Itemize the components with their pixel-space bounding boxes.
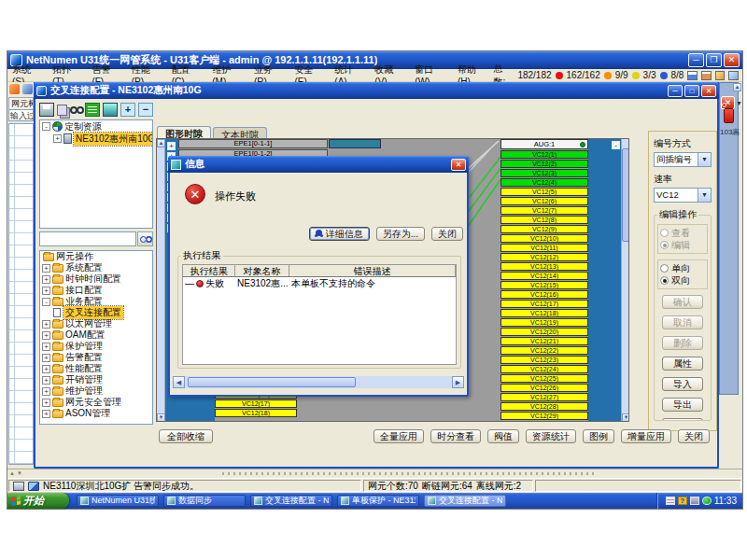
scroll-down-icon[interactable]: ▼	[622, 413, 629, 422]
expand-box[interactable]: -	[42, 298, 50, 306]
chevron-down-icon[interactable]: ▼	[736, 100, 742, 106]
column-header[interactable]: 执行结果	[183, 265, 235, 276]
vc12-cell[interactable]: VC12(26)	[500, 384, 588, 392]
scroll-down-icon[interactable]: ▼	[157, 413, 165, 422]
vc12-cell[interactable]: VC12(25)	[500, 374, 588, 383]
side-button[interactable]: 删除	[662, 336, 703, 350]
aug-header[interactable]: AUG:1	[500, 139, 588, 149]
bottom-button[interactable]: 增量应用	[621, 429, 671, 443]
window-status-icon[interactable]	[13, 482, 24, 491]
expand-box[interactable]: +	[42, 376, 50, 385]
detail-button[interactable]: 详细信息	[309, 227, 370, 241]
tab-ne-tree[interactable]: 网元树	[8, 97, 34, 109]
vc12-cell[interactable]: VC12(28)	[500, 402, 588, 411]
window-minimize-icon[interactable]: ─	[668, 85, 683, 97]
expand-box[interactable]: +	[42, 387, 50, 396]
list-icon[interactable]	[85, 103, 100, 117]
bottom-button[interactable]: 阀值	[487, 429, 519, 443]
monitor-icon[interactable]	[103, 103, 118, 117]
mode-radio[interactable]: 编辑	[660, 239, 705, 251]
vc12-cell[interactable]: VC12(21)	[500, 337, 588, 345]
vc12-cell[interactable]: VC12(13)	[500, 262, 588, 271]
expand-box[interactable]: +	[42, 264, 50, 273]
vc12-cell[interactable]: VC12(29)	[500, 412, 588, 420]
expand-box[interactable]: +	[42, 287, 50, 295]
scroll-right-icon[interactable]: ▶	[452, 376, 464, 388]
expand-box[interactable]: +	[42, 320, 50, 329]
expand-box[interactable]: +	[42, 365, 50, 373]
zoom-out-icon[interactable]: −	[138, 103, 153, 117]
expand-box[interactable]: +	[42, 354, 50, 362]
dialog-titlebar[interactable]: 信息 ✕	[168, 156, 469, 173]
bottom-button[interactable]: 全量应用	[374, 429, 424, 443]
expand-box[interactable]: +	[42, 331, 50, 340]
bottom-button[interactable]: 资源统计	[526, 429, 576, 443]
collapse-all-button[interactable]: 全部收缩	[159, 429, 213, 443]
help-icon[interactable]	[678, 497, 687, 505]
tree-item[interactable]: + ASON管理	[40, 408, 152, 419]
vc12-cell[interactable]: VC12(5)	[500, 188, 588, 196]
vc12-cell[interactable]: VC12(18)	[215, 409, 297, 417]
vc12-cell[interactable]: VC12(14)	[500, 272, 588, 280]
expand-box[interactable]: +	[167, 142, 176, 150]
rate-select[interactable]: VC12 ▼	[654, 188, 712, 203]
vc12-cell[interactable]: VC12(23)	[500, 356, 588, 364]
expand-box[interactable]: +	[42, 343, 50, 351]
side-button[interactable]: 确认	[662, 295, 703, 309]
window-titlebar[interactable]: 交叉连接配置 - NE3102惠州南10G ─ □ ✕	[34, 82, 719, 99]
vc12-cell[interactable]: VC12(9)	[500, 225, 588, 233]
panel-icon[interactable]	[728, 71, 739, 80]
expand-box[interactable]: +	[42, 399, 50, 407]
expand-box[interactable]: +	[42, 275, 50, 284]
bottom-button[interactable]: 关闭	[678, 429, 710, 443]
timeslot-cell[interactable]	[329, 139, 381, 148]
vc12-cell[interactable]: VC12(10)	[500, 234, 588, 243]
tree-item-root[interactable]: - 定制资源	[40, 120, 152, 133]
taskbar-task[interactable]: 交叉连接配置 - N...	[250, 495, 332, 507]
printer-icon[interactable]	[666, 497, 675, 505]
save-icon[interactable]	[39, 103, 54, 117]
vc12-cell[interactable]: VC12(27)	[500, 393, 588, 401]
taskbar-task[interactable]: 单板保护 - NE311...	[337, 495, 419, 507]
mode-radio[interactable]: 查看	[660, 227, 705, 239]
vc12-cell[interactable]: VC12(2)	[500, 160, 588, 168]
grid-right-scrollbar[interactable]: ▼	[621, 139, 629, 422]
device-icon[interactable]	[690, 497, 699, 505]
search-button[interactable]	[137, 231, 153, 246]
alarm-box-icon[interactable]	[715, 71, 726, 80]
toolbar-icon-blue[interactable]	[22, 84, 33, 94]
tree-item-ne[interactable]: + NE3102惠州南10G	[40, 133, 152, 145]
vc12-cell[interactable]: VC12(24)	[500, 365, 588, 373]
side-button[interactable]: 过滤	[662, 418, 703, 421]
vc12-cell[interactable]: VC12(16)	[500, 290, 588, 299]
zoom-in-icon[interactable]: +	[120, 103, 135, 117]
start-button[interactable]: 开始	[7, 493, 69, 509]
ne-filter-input[interactable]: 输入过	[8, 109, 34, 121]
vc12-cell[interactable]: VC12(11)	[500, 244, 588, 252]
taskbar-task[interactable]: NetNumen U31统一...	[77, 495, 159, 507]
grid-vertical-scrollbar[interactable]: ▲ ▼	[157, 139, 165, 422]
window-close-icon[interactable]: ✕	[701, 85, 716, 97]
direction-radio[interactable]: 单向	[660, 262, 705, 274]
side-button[interactable]: 导出	[662, 398, 703, 412]
bottom-button[interactable]: 图例	[583, 429, 614, 443]
scroll-thumb[interactable]	[622, 148, 629, 242]
vc12-cell[interactable]: VC12(1)	[500, 150, 588, 159]
taskbar-task[interactable]: 数据同步	[163, 495, 246, 507]
dialog-close-button[interactable]: 关闭	[431, 227, 463, 241]
column-header[interactable]: 错误描述	[289, 265, 456, 276]
numbering-select[interactable]: 间插编号 ▼	[654, 152, 712, 167]
port-row[interactable]: EPE1[0-1-1]	[178, 139, 328, 148]
vc12-cell[interactable]: VC12(20)	[500, 328, 588, 336]
dialog-horizontal-scrollbar[interactable]: ◀ ▶	[173, 376, 464, 388]
scroll-up-icon[interactable]: ▲	[157, 139, 165, 147]
search-input[interactable]	[39, 231, 136, 246]
vc12-cell[interactable]: VC12(17)	[215, 399, 297, 408]
vc12-cell[interactable]: VC12(3)	[500, 169, 588, 177]
sync-status-icon[interactable]	[28, 482, 39, 491]
scroll-left-icon[interactable]: ◀	[173, 376, 185, 388]
histogram-icon[interactable]	[701, 71, 712, 80]
copy-icon[interactable]	[57, 105, 67, 116]
side-button[interactable]: 属性	[662, 357, 703, 371]
splitter-down-icon[interactable]: ▼	[17, 470, 22, 476]
